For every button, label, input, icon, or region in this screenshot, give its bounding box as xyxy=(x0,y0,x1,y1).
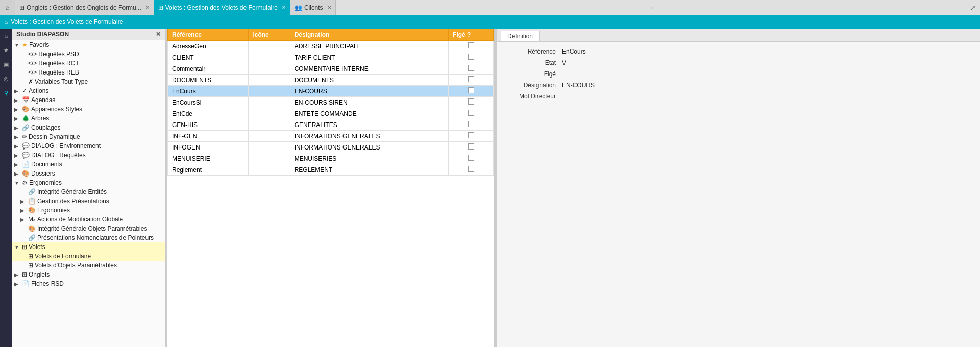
cell-fige[interactable] xyxy=(449,142,494,153)
table-row[interactable]: MENUISERIEMENUISERIES xyxy=(168,153,494,164)
tab-volets-close[interactable]: ✕ xyxy=(282,5,286,10)
fige-checkbox[interactable] xyxy=(468,54,474,60)
cell-fige[interactable] xyxy=(449,52,494,63)
tab-clients-close[interactable]: ✕ xyxy=(327,5,331,10)
table-row[interactable]: EnCoursSiEN-COURS SIREN xyxy=(168,97,494,108)
chevron-couplages: ▶ xyxy=(14,125,20,131)
split-layout: Référence Icône Désignation Figé ? Adres… xyxy=(167,29,980,347)
table-row[interactable]: CommentairCOMMENTAIRE INTERNE xyxy=(168,63,494,75)
fige-checkbox[interactable] xyxy=(468,121,474,127)
star-icon: ★ xyxy=(22,41,28,48)
tab-onglets-close[interactable]: ✕ xyxy=(145,5,150,10)
tab-arrow-right[interactable]: → xyxy=(643,4,658,12)
sidebar-item-volets-objets[interactable]: ⊞ Volets d'Objets Paramétrables xyxy=(12,261,165,270)
tab-volets[interactable]: ⊞ Volets : Gestion des Volets de Formula… xyxy=(154,0,290,15)
col-designation[interactable]: Désignation xyxy=(290,29,448,41)
sidebar-item-couplages[interactable]: ▶ 🔗 Couplages xyxy=(12,123,165,132)
cell-fige[interactable] xyxy=(449,97,494,108)
sidebar-tree: ▼ ★ Favoris </> Requêtes PSD </> Requête… xyxy=(12,40,165,347)
sidebar-item-req-psd[interactable]: </> Requêtes PSD xyxy=(12,49,165,59)
sidebar-item-couplages-label: Couplages xyxy=(31,124,60,131)
sidebar-item-arbres[interactable]: ▶ 🌲 Arbres xyxy=(12,114,165,123)
home-button[interactable]: ⌂ xyxy=(0,0,15,15)
table-row[interactable]: ReglementREGLEMENT xyxy=(168,164,494,176)
sidebar-item-integrite-gen[interactable]: 🔗 Intégrité Générale Entités xyxy=(12,187,165,196)
tab-onglets[interactable]: ⊞ Onglets : Gestion des Onglets de Formu… xyxy=(15,0,154,15)
cell-icone xyxy=(249,108,290,119)
cell-designation: TARIF CLIENT xyxy=(290,52,448,63)
sidebar-item-onglets[interactable]: ▶ ⊞ Onglets xyxy=(12,270,165,279)
sidebar-item-variables[interactable]: ✗ Variables Tout Type xyxy=(12,77,165,86)
col-reference[interactable]: Référence xyxy=(168,29,249,41)
tab-clients[interactable]: 👥 Clients ✕ xyxy=(290,0,336,15)
table-row[interactable]: INF-GENINFORMATIONS GENERALES xyxy=(168,131,494,142)
sidebar-item-integrite-obj[interactable]: 🎨 Intégrité Générale Objets Paramétrable… xyxy=(12,224,165,233)
sidebar-item-volets-formulaire[interactable]: ⊞ Volets de Formulaire xyxy=(12,252,165,261)
sidebar-item-gestion-pres[interactable]: ▶ 📋 Gestion des Présentations xyxy=(12,196,165,206)
tab-arrow-expand[interactable]: ⤢ xyxy=(966,4,980,12)
table-row[interactable]: DOCUMENTSDOCUMENTS xyxy=(168,75,494,86)
definition-tab[interactable]: Définition xyxy=(501,31,540,41)
fige-checkbox[interactable] xyxy=(468,98,474,105)
onglets-icon: ⊞ xyxy=(22,271,27,278)
cell-fige[interactable] xyxy=(449,164,494,176)
icon-bar-monitor[interactable]: ▣ xyxy=(1,59,11,69)
table-row[interactable]: CLIENTTARIF CLIENT xyxy=(168,52,494,63)
fige-checkbox[interactable] xyxy=(468,110,474,116)
col-icone[interactable]: Icône xyxy=(249,29,290,41)
fige-checkbox[interactable] xyxy=(468,155,474,161)
sidebar-item-favoris[interactable]: ▼ ★ Favoris xyxy=(12,40,165,49)
cell-designation: ADRESSE PRINCIPALE xyxy=(290,41,448,52)
fige-checkbox[interactable] xyxy=(468,65,474,71)
sidebar-item-onglets-label: Onglets xyxy=(29,271,50,278)
fige-checkbox[interactable] xyxy=(468,76,474,82)
sidebar-item-dossiers[interactable]: ▶ 🎨 Dossiers xyxy=(12,169,165,178)
cell-fige[interactable] xyxy=(449,86,494,97)
table-row[interactable]: EntCdeENTETE COMMANDE xyxy=(168,108,494,119)
sidebar-item-dessin[interactable]: ▶ ✏ Dessin Dynamique xyxy=(12,132,165,141)
cell-fige[interactable] xyxy=(449,119,494,131)
sidebar-item-actions[interactable]: ▶ ✓ Actions xyxy=(12,86,165,95)
fige-checkbox[interactable] xyxy=(468,166,474,172)
sidebar-item-req-rct[interactable]: </> Requêtes RCT xyxy=(12,59,165,68)
sidebar-item-dialog-req[interactable]: ▶ 💬 DIALOG : Requêtes xyxy=(12,151,165,160)
chevron-agendas: ▶ xyxy=(14,97,20,103)
sidebar-item-documents[interactable]: ▶ 📄 Documents xyxy=(12,160,165,169)
cell-designation: INFORMATIONS GENERALES xyxy=(290,131,448,142)
cell-icone xyxy=(249,97,290,108)
chevron-dossiers: ▶ xyxy=(14,171,20,177)
icon-bar-search[interactable]: ◎ xyxy=(1,73,11,84)
sidebar-item-fiches[interactable]: ▶ 📄 Fiches RSD xyxy=(12,279,165,288)
sidebar-item-agendas[interactable]: ▶ 📅 Agendas xyxy=(12,95,165,105)
table-row[interactable]: GEN-HISGENERALITES xyxy=(168,119,494,131)
sidebar-item-volets[interactable]: ▼ ⊞ Volets xyxy=(12,242,165,252)
fige-checkbox[interactable] xyxy=(468,87,474,93)
sidebar-item-req-reb[interactable]: </> Requêtes REB xyxy=(12,68,165,77)
sidebar-item-ergonomies2[interactable]: ▶ 🎨 Ergonomies xyxy=(12,206,165,215)
table-row[interactable]: EnCoursEN-COURS xyxy=(168,86,494,97)
icon-bar-star[interactable]: ★ xyxy=(1,45,11,55)
sidebar-item-ergonomies[interactable]: ▼ ⚙ Ergonomies xyxy=(12,178,165,187)
cell-fige[interactable] xyxy=(449,75,494,86)
cell-designation: ENTETE COMMANDE xyxy=(290,108,448,119)
tree-icon: 🌲 xyxy=(22,115,30,122)
cell-fige[interactable] xyxy=(449,41,494,52)
sidebar-item-dialog-env[interactable]: ▶ 💬 DIALOG : Environnement xyxy=(12,141,165,151)
cell-fige[interactable] xyxy=(449,131,494,142)
fige-checkbox[interactable] xyxy=(468,143,474,150)
cell-fige[interactable] xyxy=(449,63,494,75)
icon-bar-home[interactable]: ⌂ xyxy=(1,31,11,41)
sidebar-close-button[interactable]: ✕ xyxy=(156,31,161,38)
fige-checkbox[interactable] xyxy=(468,132,474,138)
cell-fige[interactable] xyxy=(449,108,494,119)
main-layout: ⌂ ★ ▣ ◎ ⚲ Studio DIAPASON ✕ ▼ ★ Favoris … xyxy=(0,29,980,347)
cell-fige[interactable] xyxy=(449,153,494,164)
table-row[interactable]: INFOGENINFORMATIONS GENERALES xyxy=(168,142,494,153)
icon-bar-search2[interactable]: ⚲ xyxy=(1,88,11,98)
sidebar-item-actions-mod[interactable]: ▶ Mₐ Actions de Modification Globale xyxy=(12,215,165,224)
fige-checkbox[interactable] xyxy=(468,42,474,48)
sidebar-item-presentations-nom[interactable]: 🔗 Présentations Nomenclatures de Pointeu… xyxy=(12,233,165,242)
sidebar-item-apparences[interactable]: ▶ 🎨 Apparences Styles xyxy=(12,105,165,114)
table-row[interactable]: AdresseGenADRESSE PRINCIPALE xyxy=(168,41,494,52)
col-fige[interactable]: Figé ? xyxy=(449,29,494,41)
